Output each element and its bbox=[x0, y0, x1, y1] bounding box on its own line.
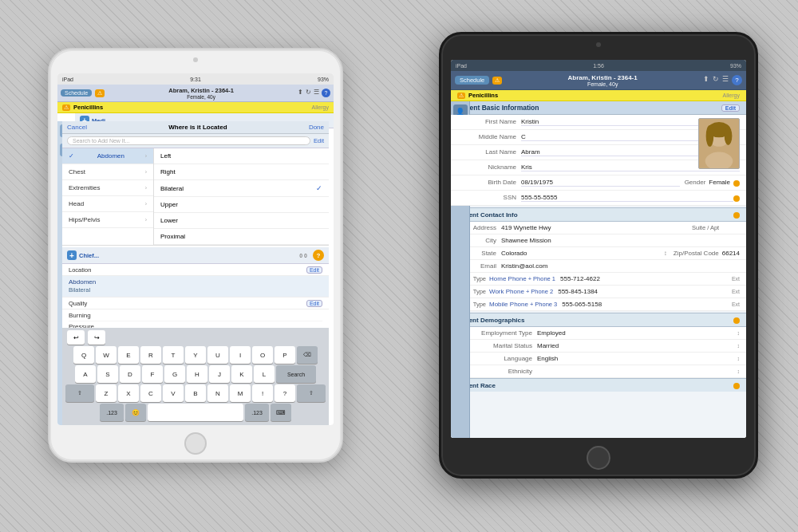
key-d[interactable]: D bbox=[120, 365, 140, 383]
key-f[interactable]: F bbox=[142, 365, 163, 383]
white-search-edit-button[interactable]: Edit bbox=[314, 137, 324, 144]
black-main-content: Patient Basic Information Edit bbox=[451, 101, 746, 438]
white-ipad: iPad 9:31 93% Schedule ⚠ Abram, Kristin … bbox=[48, 48, 343, 463]
white-undo-button[interactable]: ↩ bbox=[67, 330, 85, 345]
key-shift[interactable]: ⇧ bbox=[65, 384, 94, 402]
key-b[interactable]: B bbox=[185, 384, 206, 402]
white-sublocation-left[interactable]: Left bbox=[154, 148, 329, 164]
white-dropdown-body: Abdomen› Chest› Extremities› Head› Hips/ bbox=[62, 148, 329, 245]
refresh-icon[interactable]: ↻ bbox=[306, 89, 311, 97]
white-search-input[interactable]: Search to Add New It... bbox=[67, 136, 310, 145]
black-share-icon[interactable]: ⬆ bbox=[703, 75, 709, 85]
white-location-abdomen[interactable]: Abdomen› bbox=[62, 148, 153, 164]
black-toolbar: Schedule ⚠ Abram, Kristin - 2364-1 Femal… bbox=[451, 71, 746, 90]
black-alert-badge: ⚠ bbox=[492, 77, 502, 85]
white-sublocation-upper[interactable]: Upper bbox=[154, 197, 329, 213]
key-s[interactable]: S bbox=[97, 365, 118, 383]
key-keyboard[interactable]: ⌨ bbox=[271, 404, 291, 421]
key-num-toggle-right[interactable]: .123 bbox=[245, 404, 269, 421]
black-refresh-icon[interactable]: ↻ bbox=[713, 75, 719, 85]
key-x[interactable]: X bbox=[118, 384, 139, 402]
key-y[interactable]: Y bbox=[185, 346, 206, 364]
share-icon[interactable]: ⬆ bbox=[298, 89, 303, 97]
white-ipad-screen: iPad 9:31 93% Schedule ⚠ Abram, Kristin … bbox=[57, 73, 334, 425]
key-m[interactable]: M bbox=[230, 384, 251, 402]
white-quality-edit[interactable]: Edit bbox=[306, 300, 322, 307]
black-ethnicity-row: Ethnicity ↕ bbox=[451, 365, 746, 378]
key-r[interactable]: R bbox=[140, 346, 161, 364]
key-z[interactable]: Z bbox=[96, 384, 117, 402]
key-q[interactable]: Q bbox=[73, 346, 94, 364]
black-marital-row: Marital Status Married ↕ bbox=[451, 340, 746, 353]
key-search[interactable]: Search bbox=[276, 365, 316, 383]
key-a[interactable]: A bbox=[75, 365, 96, 383]
white-dropdown-title: Where is it Located bbox=[87, 124, 309, 131]
black-patient-name: Abram, Kristin - 2364-1 Female, 40y bbox=[505, 74, 700, 87]
key-i[interactable]: I bbox=[230, 346, 251, 364]
white-done-button[interactable]: Done bbox=[309, 124, 324, 131]
key-question[interactable]: ? bbox=[275, 384, 295, 402]
white-schedule-button[interactable]: Schedule bbox=[61, 89, 92, 97]
key-o[interactable]: O bbox=[252, 346, 273, 364]
white-carrier: iPad bbox=[62, 77, 73, 82]
white-patient-name: Abram, Kristin - 2364-1 Female, 40y bbox=[108, 87, 294, 100]
key-h[interactable]: H bbox=[187, 365, 207, 383]
black-city-row: City Shawnee Mission bbox=[451, 234, 746, 247]
black-phone3-row: Type Mobile Phone + Phone 3 555-065-5158… bbox=[451, 298, 746, 311]
black-home-button[interactable] bbox=[587, 446, 610, 470]
white-sublocation-bilateral[interactable]: Bilateral✓ bbox=[154, 180, 329, 197]
key-k[interactable]: K bbox=[231, 365, 252, 383]
black-ipad-camera bbox=[596, 42, 601, 47]
key-u[interactable]: U bbox=[207, 346, 228, 364]
black-basic-info-header: Patient Basic Information Edit bbox=[451, 101, 746, 115]
white-sublocation-proximal[interactable]: Proximal bbox=[154, 229, 329, 245]
white-location-edit[interactable]: Edit bbox=[306, 266, 322, 274]
key-g[interactable]: G bbox=[164, 365, 185, 383]
black-dob-row: Birth Date 08/19/1975 Gender Female bbox=[451, 175, 746, 191]
list-icon[interactable]: ☰ bbox=[314, 89, 319, 97]
help-icon[interactable]: ? bbox=[322, 89, 330, 97]
key-backspace[interactable]: ⌫ bbox=[297, 346, 318, 364]
black-allergy-icon: ⚠ bbox=[457, 93, 465, 99]
key-t[interactable]: T bbox=[163, 346, 184, 364]
svg-point-5 bbox=[725, 127, 733, 145]
black-state-row: State Colorado ↕ Zip/Postal Code 66214 bbox=[451, 247, 746, 260]
black-help-icon[interactable]: ? bbox=[732, 75, 742, 85]
white-chief-plus[interactable]: + bbox=[67, 250, 77, 260]
white-home-button[interactable] bbox=[184, 432, 207, 455]
black-phone1-row: Type Home Phone + Phone 1 555-712-4622 E… bbox=[451, 273, 746, 286]
white-redo-button[interactable]: ↪ bbox=[88, 330, 105, 345]
key-n[interactable]: N bbox=[207, 384, 228, 402]
white-sublocation-lower[interactable]: Lower bbox=[154, 213, 329, 229]
key-p[interactable]: P bbox=[275, 346, 295, 364]
key-emoji[interactable]: 😊 bbox=[125, 404, 146, 421]
white-cancel-button[interactable]: Cancel bbox=[67, 124, 87, 131]
white-location-head[interactable]: Head› bbox=[62, 196, 153, 212]
key-space[interactable] bbox=[148, 404, 243, 421]
white-keyboard-row-4: .123 😊 .123 ⌨ bbox=[64, 404, 327, 421]
black-contact-header: Patient Contact Info bbox=[451, 207, 746, 222]
black-list-icon[interactable]: ☰ bbox=[722, 75, 729, 85]
key-l[interactable]: L bbox=[254, 365, 275, 383]
white-location-chest[interactable]: Chest› bbox=[62, 164, 153, 180]
black-status-bar: iPad 1:56 93% bbox=[451, 60, 746, 71]
white-allergy-label: Penicillins bbox=[73, 104, 309, 111]
black-schedule-button[interactable]: Schedule bbox=[455, 76, 489, 85]
key-v[interactable]: V bbox=[163, 384, 184, 402]
key-shift-right[interactable]: ⇧ bbox=[297, 384, 326, 402]
white-location-hips[interactable]: Hips/Pelvis› bbox=[62, 212, 153, 228]
white-chief-row: + Chief... 0 0 ? bbox=[62, 247, 329, 264]
key-c[interactable]: C bbox=[140, 384, 161, 402]
key-exclaim[interactable]: ! bbox=[252, 384, 273, 402]
white-sublocation-right[interactable]: Right bbox=[154, 164, 329, 180]
black-ssn-row: SSN 555-55-5555 bbox=[451, 191, 746, 206]
key-w[interactable]: W bbox=[96, 346, 117, 364]
white-keyboard-row-3: ⇧ Z X C V B N M ! ? ⇧ bbox=[64, 384, 327, 402]
white-location-extremities[interactable]: Extremities› bbox=[62, 180, 153, 196]
white-keyboard-row-2: A S D F G H J K L Search bbox=[64, 365, 327, 383]
key-j[interactable]: J bbox=[209, 365, 230, 383]
black-allergy-bar: ⚠ Penicillins Allergy bbox=[451, 90, 746, 101]
key-e[interactable]: E bbox=[118, 346, 139, 364]
key-num-toggle[interactable]: .123 bbox=[100, 404, 124, 421]
black-basic-edit-button[interactable]: Edit bbox=[721, 104, 740, 112]
